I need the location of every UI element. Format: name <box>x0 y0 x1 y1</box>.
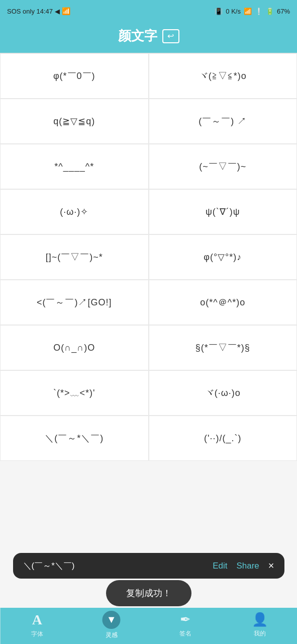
emoji-cell-10[interactable]: <(￣～￣)↗[GO!] <box>0 280 149 325</box>
popup-share-button[interactable]: Share <box>236 561 259 571</box>
popup-selected-text: ＼(￣～*＼￣) <box>23 560 213 572</box>
toast-text: 复制成功！ <box>126 588 171 598</box>
location-icon: ◀ <box>55 8 60 15</box>
nav-label-font: 字体 <box>31 630 43 638</box>
popup-bar: ＼(￣～*＼￣) Edit Share × <box>13 553 284 579</box>
status-right: 📳 0 K/s 📶 ❕ 🔋 67% <box>215 8 290 15</box>
battery-text: 67% <box>277 8 290 15</box>
emoji-cell-4[interactable]: *^____^* <box>0 144 149 189</box>
emoji-cell-3[interactable]: (￣～￣) ↗ <box>149 99 298 144</box>
emoji-cell-2[interactable]: q(≧▽≦q) <box>0 99 149 144</box>
emoji-cell-11[interactable]: o(*^＠^*)o <box>149 280 298 325</box>
vibrate-icon: 📳 <box>215 8 223 15</box>
status-bar: SOS only 14:47 ◀ 📶 📳 0 K/s 📶 ❕ 🔋 67% <box>0 0 297 22</box>
nav-label-mine: 我的 <box>254 629 266 638</box>
ks-text: 0 K/s <box>226 8 241 15</box>
emoji-cell-13[interactable]: §(*￣▽￣*)§ <box>149 325 298 370</box>
emoji-cell-17[interactable]: ('··)/(_.`) <box>149 416 298 461</box>
font-icon: A <box>32 612 42 628</box>
header-title: 颜文字 <box>118 27 157 45</box>
nav-label-inspiration: 灵感 <box>106 631 118 639</box>
emoji-cell-15[interactable]: ヾ(·ω·)o <box>149 370 298 416</box>
signature-icon: ✒ <box>180 612 191 627</box>
nav-item-signature[interactable]: ✒ 签名 <box>149 612 223 638</box>
mine-icon: 👤 <box>252 612 268 627</box>
alert-icon: ❕ <box>255 8 263 15</box>
popup-actions: Edit Share × <box>213 560 274 572</box>
emoji-cell-9[interactable]: φ(°▽°*)♪ <box>149 234 298 280</box>
status-left: SOS only 14:47 ◀ 📶 <box>7 7 70 15</box>
emoji-cell-6[interactable]: (·ω·)✧ <box>0 189 149 234</box>
battery-icon: 🔋 <box>266 8 274 15</box>
nav-item-font[interactable]: A 字体 <box>0 612 74 638</box>
wifi-icon: 📶 <box>244 8 252 15</box>
emoji-cell-16[interactable]: ＼(￣～*＼￣) <box>0 416 149 461</box>
emoji-cell-7[interactable]: ψ(`∇´)ψ <box>149 189 298 234</box>
nav-item-mine[interactable]: 👤 我的 <box>223 612 297 638</box>
toast: 复制成功！ <box>106 580 191 606</box>
active-indicator: ▼ <box>103 611 121 629</box>
header-refresh-icon[interactable]: ↩ <box>162 29 179 43</box>
nav-label-signature: 签名 <box>179 629 191 638</box>
bottom-nav: A 字体 ▼ 灵感 ✒ 签名 👤 我的 <box>0 608 297 644</box>
signal-icon: 📶 <box>62 7 70 15</box>
emoji-cell-8[interactable]: []~(￣▽￣)~* <box>0 234 149 280</box>
nav-item-inspiration[interactable]: ▼ 灵感 <box>74 611 149 639</box>
emoji-cell-14[interactable]: `(*>﹏<*)' <box>0 370 149 416</box>
emoji-cell-1[interactable]: ヾ(≧▽≦*)o <box>149 53 298 99</box>
header: 颜文字 ↩ <box>0 22 297 53</box>
emoji-grid: φ(*￣0￣) ヾ(≧▽≦*)o q(≧▽≦q) (￣～￣) ↗ *^____^… <box>0 53 297 461</box>
popup-close-button[interactable]: × <box>268 560 274 572</box>
emoji-cell-5[interactable]: (~￣▽￣)~ <box>149 144 298 189</box>
inspiration-icon: ▼ <box>107 614 117 625</box>
emoji-cell-12[interactable]: O(∩_∩)O <box>0 325 149 370</box>
popup-edit-button[interactable]: Edit <box>213 561 227 571</box>
emoji-cell-0[interactable]: φ(*￣0￣) <box>0 53 149 99</box>
status-text: SOS only 14:47 <box>7 8 53 15</box>
